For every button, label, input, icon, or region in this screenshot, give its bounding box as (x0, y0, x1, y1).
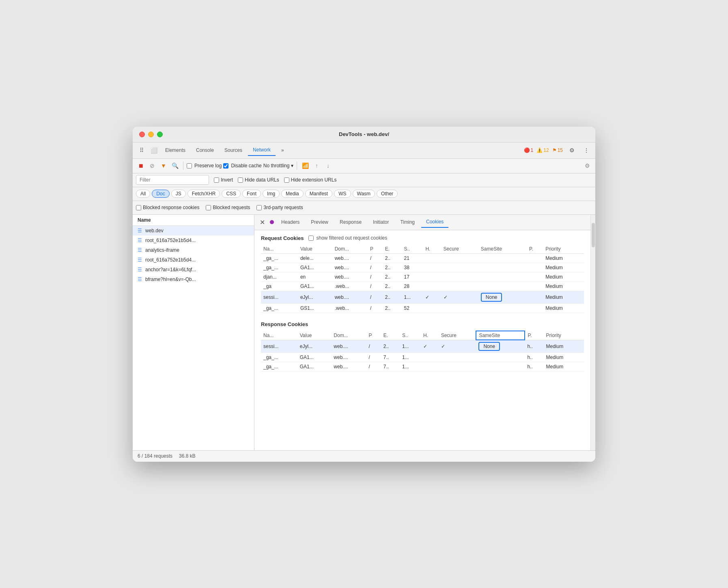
record-button[interactable]: ⏹ (136, 161, 146, 171)
col-name: Na... (261, 244, 298, 254)
close-detail-button[interactable]: ✕ (258, 218, 267, 227)
detail-panel: ✕ Headers Preview Response Initiator Tim… (254, 215, 590, 450)
hide-data-urls-checkbox[interactable]: Hide data URLs (238, 177, 279, 183)
blocked-cookies-input[interactable] (136, 205, 141, 210)
settings-icon[interactable]: ⚙ (566, 145, 577, 156)
doc-icon-2: ☰ (138, 238, 142, 243)
resp-col-samesite: SameSite (476, 331, 525, 340)
request-cookies-table: Na... Value Dom... P E. S.. H. Secure Sa… (261, 244, 584, 313)
tab-sources[interactable]: Sources (220, 145, 247, 156)
tab-console[interactable]: Console (191, 145, 219, 156)
invert-checkbox[interactable]: Invert (214, 177, 233, 183)
table-row[interactable]: _ga_... GA1... web.... / 2.. 38 Medium (261, 263, 584, 272)
sidebar-item-root1[interactable]: ☰ root_616a752e1b5d4... (133, 236, 254, 245)
col-domain: Dom... (332, 244, 368, 254)
download-icon[interactable]: ↓ (323, 161, 333, 171)
devtools-tabs-right: 🔴 1 ⚠️ 12 ⚑ 15 ⚙ ⋮ (524, 145, 592, 156)
show-filtered-checkbox[interactable] (308, 236, 314, 241)
detail-tab-timing[interactable]: Timing (395, 217, 420, 227)
table-row[interactable]: _ga_... dele... web.... / 2.. 21 Medium (261, 253, 584, 263)
detail-tab-headers[interactable]: Headers (276, 217, 304, 227)
show-filtered: show filtered out request cookies (308, 235, 387, 241)
table-row[interactable]: _ga_... GS1... .web... / 2.. 52 Medium (261, 303, 584, 313)
devtools-window: DevTools - web.dev/ ⠿ ⬜ Elements Console… (133, 127, 595, 462)
throttle-dropdown[interactable]: No throttling ▾ (263, 163, 294, 169)
sidebar-item-anchor[interactable]: ☰ anchor?ar=1&k=6Lfqf... (133, 265, 254, 275)
blocked-cookies-checkbox[interactable]: Blocked response cookies (136, 205, 199, 210)
detail-tab-preview[interactable]: Preview (306, 217, 333, 227)
blocked-requests-checkbox[interactable]: Blocked requests (206, 205, 250, 210)
none-badge-request: None (481, 293, 502, 302)
type-btn-js[interactable]: JS (171, 190, 186, 198)
type-btn-font[interactable]: Font (242, 190, 261, 198)
wifi-icon[interactable]: 📶 (300, 161, 310, 171)
device-icon[interactable]: ⬜ (148, 145, 159, 156)
sidebar-item-bframe[interactable]: ☰ bframe?hl=en&v=-Qb... (133, 275, 254, 284)
disable-cache-input[interactable] (223, 163, 228, 169)
third-party-input[interactable] (256, 205, 262, 210)
detail-tab-cookies[interactable]: Cookies (421, 216, 448, 228)
maximize-button[interactable] (157, 132, 163, 137)
clear-button[interactable]: ⊘ (147, 161, 157, 171)
type-btn-other[interactable]: Other (377, 190, 398, 198)
hide-ext-urls-checkbox[interactable]: Hide extension URLs (284, 177, 337, 183)
warning-badge: ⚠️ 12 (536, 147, 549, 153)
network-settings-icon[interactable]: ⚙ (582, 161, 592, 171)
tab-more[interactable]: » (276, 145, 289, 156)
traffic-lights (139, 132, 163, 137)
filter-icon[interactable]: ▼ (159, 161, 168, 171)
col-path: P (368, 244, 383, 254)
hide-ext-urls-input[interactable] (284, 177, 289, 183)
type-btn-fetchxhr[interactable]: Fetch/XHR (187, 190, 220, 198)
sidebar-item-analytics[interactable]: ☰ analytics-iframe (133, 245, 254, 255)
blocked-requests-input[interactable] (206, 205, 211, 210)
invert-input[interactable] (214, 177, 219, 183)
titlebar: DevTools - web.dev/ (133, 127, 595, 143)
cursor-icon[interactable]: ⠿ (136, 145, 147, 156)
table-row[interactable]: _ga_... GA1... web.... / 7.. 1... h.. Me… (261, 362, 584, 372)
filter-input[interactable] (136, 175, 209, 185)
detail-tab-response[interactable]: Response (335, 217, 366, 227)
col-priority: Priority (543, 244, 584, 254)
upload-icon[interactable]: ↑ (312, 161, 321, 171)
col-expires: E. (383, 244, 402, 254)
type-btn-css[interactable]: CSS (222, 190, 241, 198)
type-btn-manifest[interactable]: Manifest (305, 190, 332, 198)
table-row[interactable]: _ga GA1... .web... / 2.. 28 Medium (261, 281, 584, 291)
preserve-log-input[interactable] (187, 163, 192, 169)
more-icon[interactable]: ⋮ (581, 145, 592, 156)
close-button[interactable] (139, 132, 145, 137)
table-row[interactable]: sessi... eJyl... web.... / 2.. 1... ✓ ✓ … (261, 291, 584, 303)
scrollbar[interactable] (590, 215, 595, 450)
resp-col-path: P (366, 331, 381, 340)
preserve-log-checkbox[interactable]: Preserve log (187, 163, 222, 169)
chevron-down-icon: ▾ (291, 163, 293, 169)
table-row[interactable]: djan... en web.... / 2.. 17 Medium (261, 272, 584, 281)
hide-data-urls-input[interactable] (238, 177, 243, 183)
request-cookies-header: Request Cookies show filtered out reques… (261, 235, 584, 241)
third-party-checkbox[interactable]: 3rd-party requests (256, 205, 303, 210)
info-badge: ⚑ 15 (552, 147, 563, 153)
resp-col-httponly: H. (421, 331, 439, 340)
sidebar-item-webdev[interactable]: ☰ web.dev (133, 226, 254, 236)
filter-bar: Invert Hide data URLs Hide extension URL… (133, 173, 595, 187)
tab-elements[interactable]: Elements (160, 145, 190, 156)
col-secure: Secure (441, 244, 478, 254)
type-btn-img[interactable]: Img (263, 190, 280, 198)
type-btn-all[interactable]: All (136, 190, 150, 198)
search-icon[interactable]: 🔍 (170, 161, 180, 171)
tab-network[interactable]: Network (248, 145, 276, 156)
detail-tab-initiator[interactable]: Initiator (368, 217, 394, 227)
scrollbar-thumb[interactable] (592, 223, 595, 247)
sidebar: Name ☰ web.dev ☰ root_616a752e1b5d4... ☰… (133, 215, 254, 450)
type-btn-media[interactable]: Media (281, 190, 304, 198)
type-btn-wasm[interactable]: Wasm (353, 190, 375, 198)
minimize-button[interactable] (148, 132, 154, 137)
table-row[interactable]: _ga_... GA1... web.... / 7.. 1... h.. Me… (261, 353, 584, 362)
sidebar-item-root2[interactable]: ☰ root_616a752e1b5d4... (133, 255, 254, 265)
type-btn-doc[interactable]: Doc (152, 190, 169, 198)
type-btn-ws[interactable]: WS (334, 190, 351, 198)
table-row[interactable]: sessi... eJyl... web.... / 2.. 1... ✓ ✓ … (261, 340, 584, 353)
main-content: Name ☰ web.dev ☰ root_616a752e1b5d4... ☰… (133, 215, 595, 450)
disable-cache-checkbox[interactable]: Disable cache (223, 163, 261, 169)
